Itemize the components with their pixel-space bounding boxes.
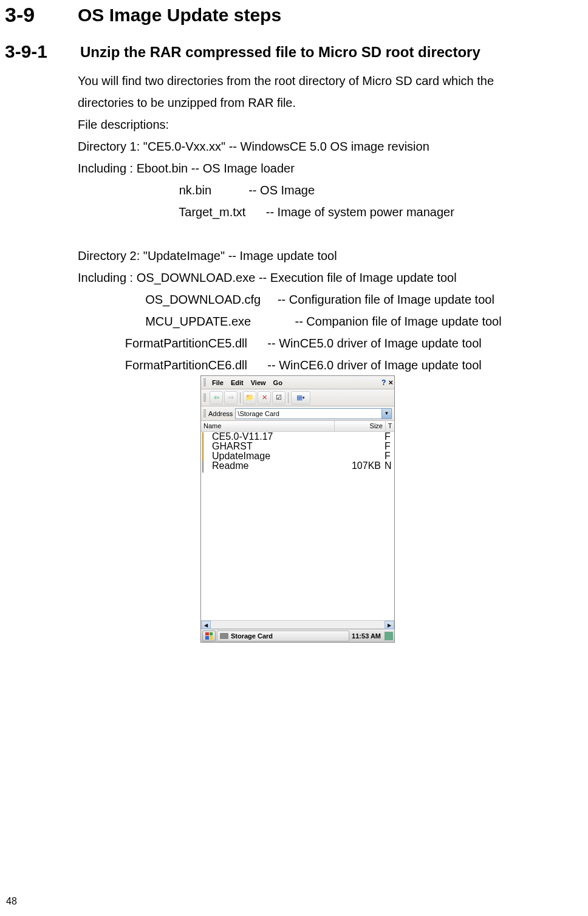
address-label: Address [208,410,233,417]
list-item[interactable]: GHARST F [201,442,394,451]
menu-go[interactable]: Go [270,378,286,388]
file-size: 107KB [343,460,385,471]
up-button[interactable]: 📁 [243,391,256,405]
toolbar-separator [288,392,289,403]
properties-button[interactable]: ☑ [272,391,285,405]
scroll-track[interactable] [211,621,385,629]
column-size[interactable]: Size [335,421,386,431]
scroll-left-icon[interactable]: ◀ [201,621,211,629]
folder-icon [202,442,211,451]
tray-icon[interactable] [385,632,393,640]
address-dropdown-icon[interactable]: ▼ [382,408,392,419]
storage-card-icon [220,633,228,639]
taskbar: Storage Card 11:53 AM [201,629,394,642]
view-mode-button[interactable]: ▦▾ [291,391,310,405]
body-line: FormatPartitionCE5.dll -- WinCE5.0 drive… [78,332,576,354]
toolbar-separator [240,392,241,403]
menu-edit[interactable]: Edit [227,378,247,388]
scroll-right-icon[interactable]: ▶ [385,621,394,629]
delete-button[interactable]: ✕ [258,391,271,405]
body-line: Directory 1: "CE5.0-Vxx.xx" -- WindowsCE… [78,135,576,157]
menubar-grip-icon [203,378,206,387]
taskbar-item[interactable]: Storage Card [217,631,349,641]
toolbar: ⇦ ⇨ 📁 ✕ ☑ ▦▾ [201,389,394,406]
explorer-window: File Edit View Go ? × ⇦ ⇨ 📁 ✕ ☑ ▦▾ Addre… [200,375,395,643]
body-line: Directory 2: "UpdateImage" -- Image upda… [78,245,576,267]
file-list: CE5.0-V11.17 F GHARST F UpdateImage F Re… [201,432,394,620]
section-number-2: 3-9-1 [5,41,47,62]
menubar: File Edit View Go ? × [201,376,394,389]
toolbar-grip-icon [203,394,206,402]
addressbar-grip-icon [203,409,206,418]
section-title-1: OS Image Update steps [78,5,281,26]
forward-button[interactable]: ⇨ [224,391,238,405]
list-item[interactable]: CE5.0-V11.17 F [201,432,394,442]
body-line: Including : Eboot.bin -- OS Image loader [78,157,576,179]
body-line: directories to be unzipped from RAR file… [78,92,576,114]
body-line: OS_DOWNLOAD.cfg -- Configuration file of… [78,289,576,310]
taskbar-item-label: Storage Card [231,632,273,640]
body-line: MCU_UPDATE.exe -- Companion file of Imag… [78,310,576,332]
file-type: N [385,460,393,471]
folder-icon [202,452,211,460]
column-type[interactable]: T [386,421,394,431]
body-line: File descriptions: [78,114,576,135]
list-item[interactable]: UpdateImage F [201,451,394,461]
page-number: 48 [6,896,17,907]
menu-view[interactable]: View [247,378,270,388]
menu-file[interactable]: File [208,378,227,388]
section-title-2: Unzip the RAR compressed file to Micro S… [80,44,480,61]
clock[interactable]: 11:53 AM [349,632,383,640]
column-name[interactable]: Name [201,421,335,431]
file-name: Readme [212,460,343,471]
body-line: Including : OS_DOWNLOAD.exe -- Execution… [78,267,576,289]
start-button[interactable] [202,631,216,641]
windows-flag-icon [205,632,213,640]
body-line: nk.bin -- OS Image [78,179,576,201]
list-item[interactable]: Readme 107KB N [201,461,394,471]
file-list-header: Name Size T [201,421,394,432]
body-line: FormatPartitionCE6.dll -- WinCE6.0 drive… [78,354,576,376]
folder-icon [202,432,211,441]
help-icon[interactable]: ? [381,378,386,387]
document-icon [202,462,211,470]
section-number-1: 3-9 [5,3,35,27]
body-text: You will find two directories from the r… [78,70,576,376]
horizontal-scrollbar[interactable]: ◀ ▶ [201,620,394,629]
body-line: You will find two directories from the r… [78,70,576,92]
address-input[interactable]: \Storage Card [235,408,382,419]
body-line [78,223,576,245]
addressbar: Address \Storage Card ▼ [201,406,394,421]
back-button[interactable]: ⇦ [210,391,223,405]
body-line: Target_m.txt -- Image of system power ma… [78,201,576,223]
close-icon[interactable]: × [388,378,393,387]
